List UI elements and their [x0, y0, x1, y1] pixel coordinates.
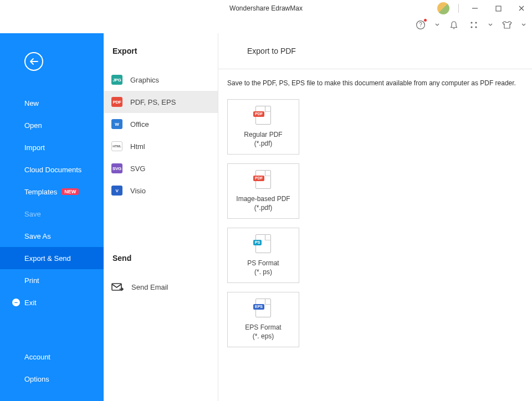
send-item-label: Send Email	[131, 283, 168, 291]
tile-image-based-pdf[interactable]: PDF Image-based PDF(*.pdf)	[227, 163, 299, 219]
export-send-panel: Export JPG Graphics PDF PDF, PS, EPS W O…	[104, 33, 218, 401]
pdf-icon: PDF	[111, 97, 122, 107]
eps-badge: EPS	[253, 304, 264, 310]
svg-point-6	[475, 26, 477, 28]
tile-label: Regular PDF(*.pdf)	[244, 130, 282, 148]
sidebar-item-label: Options	[24, 375, 49, 383]
sidebar: New Open Import Cloud Documents Template…	[0, 33, 104, 401]
divider	[458, 4, 459, 13]
back-button[interactable]	[24, 52, 43, 71]
tile-eps-format[interactable]: EPS EPS Format(*. eps)	[227, 292, 299, 347]
svg-text:?: ?	[419, 22, 422, 28]
sidebar-item-label: Save As	[24, 232, 51, 240]
pdf-badge: PDF	[253, 111, 264, 117]
export-item-office[interactable]: W Office	[104, 113, 218, 135]
svg-point-3	[470, 22, 472, 23]
sidebar-item-save-as[interactable]: Save As	[0, 225, 104, 247]
tile-label: PS Format(*. ps)	[247, 259, 279, 276]
export-item-html[interactable]: HTML Html	[104, 135, 218, 157]
sidebar-item-label: Cloud Documents	[24, 166, 81, 174]
user-avatar[interactable]	[437, 2, 449, 14]
help-icon[interactable]: ?	[415, 19, 427, 31]
export-item-label: Graphics	[130, 76, 159, 84]
page-icon: PS	[255, 234, 271, 253]
tile-label: Image-based PDF(*.pdf)	[236, 194, 290, 212]
export-item-label: PDF, PS, EPS	[130, 98, 176, 106]
close-button[interactable]	[514, 1, 529, 16]
export-item-pdf-ps-eps[interactable]: PDF PDF, PS, EPS	[104, 91, 218, 113]
export-item-label: Visio	[130, 187, 146, 195]
tile-regular-pdf[interactable]: PDF Regular PDF(*.pdf)	[227, 99, 299, 155]
detail-title: Export to PDF	[227, 33, 523, 60]
divider	[218, 69, 532, 69]
sidebar-item-label: New	[24, 99, 39, 107]
jpg-icon: JPG	[111, 75, 122, 85]
export-item-svg[interactable]: SVG SVG	[104, 157, 218, 179]
svg-point-4	[475, 22, 477, 23]
sidebar-item-label: Templates	[24, 188, 57, 196]
word-icon: W	[111, 119, 122, 129]
sidebar-item-exit[interactable]: − Exit	[0, 291, 104, 313]
export-item-label: Office	[130, 120, 149, 128]
export-detail-panel: Export to PDF Save to the PDF, PS, EPS f…	[218, 33, 532, 401]
export-item-label: SVG	[130, 164, 145, 173]
svg-rect-0	[496, 6, 501, 11]
sidebar-item-print[interactable]: Print	[0, 269, 104, 291]
svg-point-5	[470, 26, 472, 28]
chevron-down-icon[interactable]	[488, 19, 493, 31]
visio-icon: V	[111, 186, 122, 196]
sidebar-item-label: Print	[24, 276, 39, 285]
svg-icon: SVG	[111, 163, 122, 173]
sidebar-item-export-send[interactable]: Export & Send	[0, 247, 104, 269]
tile-ps-format[interactable]: PS PS Format(*. ps)	[227, 228, 299, 283]
tshirt-icon[interactable]	[501, 19, 513, 31]
sidebar-item-options[interactable]: Options	[0, 368, 104, 390]
export-heading: Export	[104, 33, 218, 69]
ps-badge: PS	[253, 240, 262, 245]
maximize-button[interactable]	[491, 1, 505, 16]
pdf-badge: PDF	[253, 176, 264, 181]
sidebar-item-open[interactable]: Open	[0, 114, 104, 136]
minimize-button[interactable]	[468, 1, 482, 16]
new-badge: NEW	[62, 188, 79, 195]
export-item-label: Html	[130, 142, 145, 151]
send-item-email[interactable]: Send Email	[104, 276, 218, 298]
bell-icon[interactable]	[448, 19, 460, 31]
exit-icon: −	[12, 299, 20, 306]
sidebar-item-label: Exit	[24, 299, 37, 307]
export-item-graphics[interactable]: JPG Graphics	[104, 69, 218, 91]
sidebar-item-label: Account	[24, 353, 50, 361]
titlebar: Wondershare EdrawMax	[0, 0, 532, 17]
sidebar-item-label: Open	[24, 121, 42, 130]
sidebar-item-label: Save	[24, 210, 41, 218]
page-icon: EPS	[255, 299, 271, 317]
html-icon: HTML	[111, 141, 122, 151]
chevron-down-icon[interactable]	[434, 19, 440, 31]
notification-dot	[424, 19, 427, 22]
page-icon: PDF	[255, 106, 271, 125]
sidebar-item-account[interactable]: Account	[0, 346, 104, 368]
sidebar-item-templates[interactable]: Templates NEW	[0, 181, 104, 203]
sidebar-item-save: Save	[0, 203, 104, 225]
export-item-visio[interactable]: V Visio	[104, 179, 218, 202]
page-icon: PDF	[255, 170, 271, 189]
apps-icon[interactable]	[468, 19, 480, 31]
chevron-down-icon[interactable]	[521, 19, 526, 31]
tile-label: EPS Format(*. eps)	[245, 323, 281, 341]
secondary-toolbar: ?	[0, 17, 532, 33]
sidebar-item-new[interactable]: New	[0, 92, 104, 114]
sidebar-item-cloud-documents[interactable]: Cloud Documents	[0, 158, 104, 181]
send-heading: Send	[104, 254, 218, 276]
detail-description: Save to the PDF, PS, EPS file to make th…	[227, 79, 523, 87]
email-icon	[111, 282, 124, 292]
sidebar-item-label: Import	[24, 143, 45, 152]
sidebar-item-label: Export & Send	[24, 254, 71, 263]
sidebar-item-import[interactable]: Import	[0, 136, 104, 158]
